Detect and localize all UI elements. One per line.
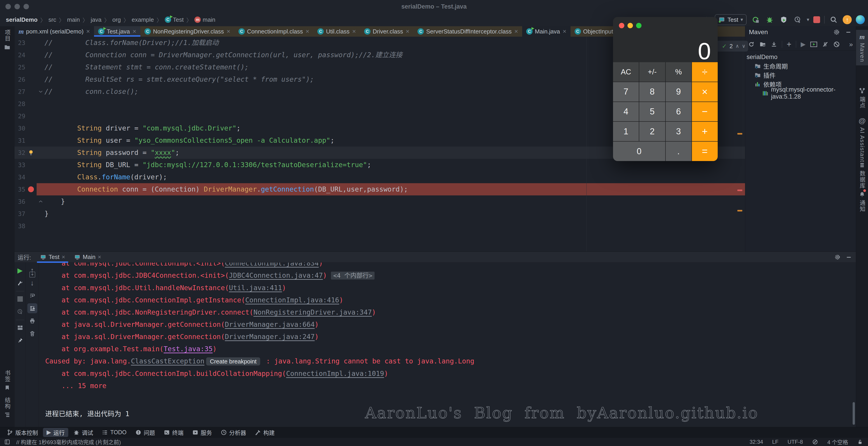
minimize-panel-icon[interactable]: [845, 253, 852, 261]
file-encoding[interactable]: UTF-8: [787, 439, 803, 445]
calc-button-0[interactable]: 0: [613, 142, 665, 161]
bottom-tool-window-终端[interactable]: 终端: [160, 428, 187, 437]
tool-window-button-端点[interactable]: 端点: [856, 87, 868, 109]
calc-button-AC[interactable]: AC: [613, 62, 639, 82]
navigate-down-icon[interactable]: ↓: [27, 278, 37, 288]
calc-close-icon[interactable]: [619, 23, 624, 28]
stack-trace-link[interactable]: ConnectionImpl.java:1019: [286, 369, 384, 378]
calc-button-3[interactable]: 3: [666, 122, 691, 141]
profiler-dropdown-icon[interactable]: ▾: [807, 17, 809, 23]
close-icon[interactable]: ×: [62, 254, 65, 261]
fold-marker-icon[interactable]: [38, 89, 43, 94]
console-line[interactable]: ... 15 more: [39, 380, 851, 392]
reload-maven-icon[interactable]: [748, 40, 755, 48]
tool-window-button-书签[interactable]: 书签: [0, 370, 14, 391]
editor-line-35[interactable]: 35 Connection conn = (Connection) Driver…: [14, 183, 745, 196]
calc-button-2[interactable]: 2: [639, 122, 665, 141]
rerun-button[interactable]: [751, 15, 761, 25]
tool-window-button-ai-assistant[interactable]: @AI Assistant: [856, 117, 868, 162]
close-icon[interactable]: ×: [306, 28, 309, 35]
editor-tab-main-java[interactable]: CMain.java×: [522, 26, 570, 37]
console-line[interactable]: at com.mysql.jdbc.NonRegisteringDriver.c…: [39, 306, 851, 319]
calc-minimize-icon[interactable]: [627, 23, 633, 28]
bottom-tool-window-分析器[interactable]: 分析器: [217, 428, 250, 437]
tool-window-button-项目[interactable]: 项目: [0, 29, 14, 51]
bottom-tool-window-运行[interactable]: ▶运行: [43, 428, 68, 437]
run-with-coverage-button[interactable]: [779, 15, 789, 25]
calc-button-8[interactable]: 8: [639, 82, 665, 101]
calc-button-4[interactable]: 4: [613, 102, 639, 121]
stack-trace-link[interactable]: ClassCastException: [131, 357, 204, 365]
gear-icon[interactable]: [834, 253, 841, 261]
calculator-window[interactable]: 0 AC+/-%÷789×456−123+0.=: [613, 17, 718, 161]
rerun-button[interactable]: ▶: [15, 265, 25, 275]
calc-button-+/-[interactable]: +/-: [639, 62, 665, 82]
calc-button-+[interactable]: +: [692, 122, 718, 141]
editor-tab-nonregisteringdriver-class[interactable]: CNonRegisteringDriver.class×: [141, 26, 235, 37]
breadcrumb-item-java[interactable]: java: [91, 16, 101, 23]
editor-tab-serverstatusdiffinterceptor-class[interactable]: CServerStatusDiffInterceptor.class×: [413, 26, 522, 37]
status-message[interactable]: // 构建在 1秒693毫秒内成功完成 (片刻之前): [16, 438, 121, 446]
calc-button-9[interactable]: 9: [666, 82, 691, 101]
console-line[interactable]: Caused by: java.lang.ClassCastExceptionC…: [39, 355, 851, 367]
breadcrumb-item-main[interactable]: mmain: [194, 16, 215, 23]
console-output[interactable]: at com.mysql.jdbc.ConnectionImpl.<init>(…: [39, 257, 851, 392]
run-maven-icon[interactable]: ▶: [801, 40, 806, 48]
source-link[interactable]: Test.java:35: [164, 345, 213, 353]
fold-marker-icon[interactable]: [38, 199, 43, 204]
stack-trace-link[interactable]: DriverManager.java:247: [225, 333, 315, 340]
print-icon[interactable]: [27, 316, 37, 326]
caret-position[interactable]: 32:34: [749, 439, 763, 445]
add-maven-config-icon[interactable]: +: [786, 40, 792, 48]
prev-inspection-icon[interactable]: ∧: [736, 43, 739, 49]
more-actions-icon[interactable]: »: [849, 40, 853, 48]
pin-tab-icon[interactable]: [15, 335, 25, 345]
calc-button-7[interactable]: 7: [613, 82, 639, 101]
close-icon[interactable]: ×: [98, 254, 101, 261]
breakpoint-icon[interactable]: [28, 186, 34, 192]
editor-line-34[interactable]: 34 Class.forName(driver);: [14, 171, 745, 183]
generate-sources-icon[interactable]: [759, 40, 766, 48]
bottom-tool-window-问题[interactable]: 问题: [131, 428, 159, 437]
console-line[interactable]: at java.sql.DriverManager.getConnection(…: [39, 319, 851, 331]
next-inspection-icon[interactable]: ∨: [742, 43, 745, 49]
close-icon[interactable]: ×: [133, 28, 136, 35]
tool-window-button-通知[interactable]: 通知: [856, 191, 868, 212]
console-line[interactable]: at com.mysql.jdbc.Util.handleNewInstance…: [39, 282, 851, 294]
clear-console-icon[interactable]: [27, 329, 37, 338]
stack-trace-link[interactable]: NonRegisteringDriver.java:347: [253, 308, 372, 316]
maven-tree-item[interactable]: 插件: [747, 70, 856, 80]
editor-tab-driver-class[interactable]: CDriver.class×: [360, 26, 414, 37]
maven-tree-item[interactable]: serialDemo: [747, 53, 856, 61]
soft-wrap-icon[interactable]: [27, 291, 37, 301]
indent-setting[interactable]: 4 个空格: [827, 438, 848, 446]
stack-trace-link[interactable]: Util.java:411: [229, 284, 282, 292]
scroll-mark-red[interactable]: [737, 189, 742, 191]
stop-button[interactable]: [813, 16, 820, 23]
editor-tab-util-class[interactable]: CUtil.class×: [313, 26, 360, 37]
editor-tab-test-java[interactable]: CTest.java×: [94, 26, 141, 37]
calc-button-%[interactable]: %: [666, 62, 691, 82]
stack-trace-link[interactable]: JDBC4Connection.java:47: [229, 271, 323, 279]
calc-button-÷[interactable]: ÷: [692, 62, 718, 82]
console-line[interactable]: at java.sql.DriverManager.getConnection(…: [39, 331, 851, 343]
ide-update-icon[interactable]: ↑: [843, 15, 852, 24]
run-configuration-select[interactable]: Test ▾: [715, 14, 747, 25]
code-with-me-icon[interactable]: [856, 15, 865, 24]
breadcrumb-item-example[interactable]: example: [132, 16, 154, 23]
close-icon[interactable]: ×: [352, 28, 356, 35]
console-tab-main[interactable]: Main×: [70, 252, 106, 263]
tool-window-button-结构[interactable]: 结构: [0, 397, 14, 418]
editor-line-37[interactable]: 37}: [14, 208, 745, 220]
line-separator[interactable]: LF: [772, 439, 778, 445]
minimize-panel-icon[interactable]: [844, 28, 852, 36]
scroll-to-end-icon[interactable]: [27, 303, 37, 313]
bottom-tool-window-构建[interactable]: 构建: [251, 428, 278, 437]
calc-button-=[interactable]: =: [692, 142, 718, 161]
close-icon[interactable]: ×: [227, 28, 230, 35]
calc-button-1[interactable]: 1: [613, 122, 639, 141]
console-line[interactable]: at com.mysql.jdbc.JDBC4Connection.<init>…: [39, 269, 851, 282]
scroll-mark-orange[interactable]: [737, 133, 742, 135]
bottom-tool-window-调试[interactable]: 调试: [70, 428, 97, 437]
lock-icon[interactable]: [857, 439, 863, 445]
